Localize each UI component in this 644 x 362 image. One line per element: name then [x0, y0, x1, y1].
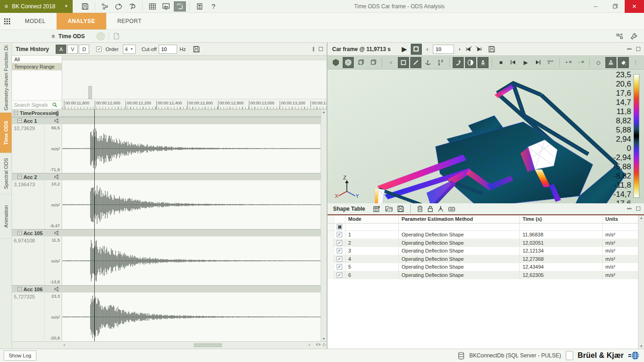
waveform-plot[interactable] [62, 236, 321, 285]
frame-count-input[interactable] [433, 45, 454, 54]
side-tab-spectral-ods[interactable]: Spectral ODS [0, 153, 12, 195]
cutoff-input[interactable] [159, 45, 177, 54]
help-button[interactable]: ? [207, 1, 219, 11]
collapse-icon[interactable]: − [17, 231, 22, 235]
point-display-button[interactable]: ○ [385, 57, 397, 68]
column-time[interactable]: Time (s) [519, 215, 602, 223]
overflow-menu-icon[interactable]: ⋮ [630, 57, 641, 68]
save-animation-button[interactable] [488, 46, 495, 53]
display-view-button[interactable] [160, 1, 172, 11]
panel-minimize-icon[interactable] [627, 208, 632, 209]
task-title[interactable]: ≡ Time ODS [52, 33, 85, 40]
speaker-icon[interactable] [54, 118, 60, 123]
column-method[interactable]: Parameter Estimation Method [398, 215, 519, 223]
deformed-shape-button[interactable] [453, 57, 464, 68]
scroll-down-icon[interactable]: ▼ [322, 337, 326, 340]
max-amplitude-button[interactable]: MAX✕ [545, 57, 556, 68]
save-shape-table-button[interactable] [397, 205, 404, 213]
collapse-icon[interactable]: − [17, 287, 22, 291]
layout-frame-button[interactable] [174, 1, 186, 11]
add-shape-table-button[interactable] [373, 205, 381, 213]
color-cone-button[interactable] [605, 57, 616, 68]
speaker-icon[interactable] [54, 174, 60, 179]
shaded-view-button[interactable] [330, 57, 341, 68]
go-to-start-button[interactable] [508, 57, 519, 68]
link-processes-button[interactable] [616, 33, 624, 40]
restore-button[interactable] [605, 0, 625, 13]
table-scrollbar[interactable]: ▲ ▼ [638, 215, 644, 349]
notebook-button[interactable] [194, 1, 206, 11]
waveform-plot[interactable] [62, 180, 321, 229]
save-setup-button[interactable] [193, 46, 200, 53]
timeprocessing-header[interactable]: − TimeProcessing [12, 109, 321, 117]
side-tab-time-ods[interactable]: Time ODS [0, 113, 12, 153]
fit-icon[interactable]: ◇ [322, 342, 326, 347]
scroll-right-icon[interactable]: › [309, 342, 310, 347]
select-all-checkbox[interactable] [337, 224, 342, 230]
velocity-button[interactable]: V [67, 45, 78, 54]
panel-minimize-icon[interactable] [313, 47, 314, 52]
element-select-button[interactable]: ◇ [593, 57, 604, 68]
node-numbers-button[interactable]: 1 23 [435, 57, 446, 68]
scrollbar-thumb[interactable] [194, 343, 222, 347]
waveform-plot[interactable] [62, 293, 321, 341]
signal-overview-band[interactable] [62, 56, 327, 99]
hidden-line-view-button[interactable] [368, 57, 379, 68]
tag-button[interactable] [113, 1, 125, 11]
viewport-3d[interactable]: Z X Y 23,5 20,6 17,6 14,7 11,8 8,82 5,88… [328, 69, 644, 203]
step-forward-button[interactable] [476, 46, 483, 52]
row-checkbox[interactable]: ✓ [337, 240, 342, 246]
geometry-tool-button[interactable] [437, 205, 444, 213]
order-select[interactable]: 4 ▼ [123, 45, 136, 54]
table-row[interactable]: ✓ 4 Operating Deflection Shape 12,27368 … [328, 255, 638, 263]
column-mode[interactable]: Mode [345, 215, 398, 223]
decrease-amplitude-button[interactable]: －✕ [575, 57, 586, 68]
animation-stop-button[interactable]: ■ [495, 57, 506, 68]
close-button[interactable]: ✕ [625, 0, 644, 13]
collapse-icon[interactable]: − [17, 119, 22, 123]
table-row[interactable]: ✓ 2 Operating Deflection Shape 12,02051 … [328, 239, 638, 247]
overview-range-handle[interactable] [88, 86, 92, 99]
channel-header[interactable]: − Acc 105 [12, 230, 321, 236]
channel-header[interactable]: − Acc 106 [12, 286, 321, 293]
save-button[interactable] [79, 1, 91, 11]
channel-header[interactable]: − Acc 1 [12, 117, 321, 124]
color-fill-button[interactable] [618, 57, 629, 68]
order-checkbox[interactable]: ✓ [96, 46, 102, 52]
displacement-button[interactable]: D [79, 45, 89, 54]
panel-maximize-icon[interactable] [636, 207, 640, 211]
search-tags-button[interactable] [126, 1, 138, 11]
copy-report-button[interactable] [113, 32, 120, 40]
line-display-button[interactable] [410, 57, 421, 68]
quad-display-button[interactable] [398, 57, 409, 68]
speaker-icon[interactable] [54, 110, 60, 115]
app-menu-button[interactable]: ≡ BK Connect 2018 ▼ [0, 0, 73, 13]
table-row[interactable]: ✓ 6 Operating Deflection Shape 12,62305 … [328, 271, 638, 279]
time-ruler[interactable]: 00:00:11,800 00:00:12,000 00:00:12,200 0… [62, 99, 327, 109]
window-indicator-icon[interactable] [566, 351, 573, 360]
apps-grid-button[interactable] [0, 13, 14, 29]
acceleration-button[interactable]: A [56, 45, 66, 54]
scroll-up-icon[interactable]: ▲ [322, 110, 326, 114]
table-view-button[interactable] [146, 1, 158, 11]
process-chain-button[interactable] [99, 1, 111, 11]
collapse-icon[interactable]: − [14, 111, 18, 115]
speaker-icon[interactable] [54, 230, 60, 236]
side-tab-animation[interactable]: Animation [0, 195, 12, 239]
animate-deformation-button[interactable] [477, 57, 489, 68]
channel-header[interactable]: − Acc 2 [12, 173, 321, 180]
tab-report[interactable]: REPORT [106, 13, 153, 29]
signal-item-temporary-range[interactable]: Temporary Range [12, 63, 62, 70]
wireframe-view-button[interactable] [355, 57, 366, 68]
collapse-icon[interactable]: − [17, 175, 22, 179]
tab-model[interactable]: MODEL [14, 13, 57, 29]
search-input[interactable] [14, 102, 51, 108]
time-cursor[interactable] [94, 109, 95, 341]
panel-minimize-icon[interactable] [627, 48, 632, 50]
horizontal-scrollbar[interactable]: ‹ › <> ◇ [12, 341, 327, 349]
lock-shape-button[interactable] [427, 205, 433, 213]
step-back-button[interactable] [465, 46, 472, 52]
minimize-button[interactable]: ─ [586, 0, 605, 13]
vertical-scrollbar[interactable]: ▲ ▼ [321, 109, 327, 341]
increase-amplitude-button[interactable]: ＋✕ [563, 57, 574, 68]
